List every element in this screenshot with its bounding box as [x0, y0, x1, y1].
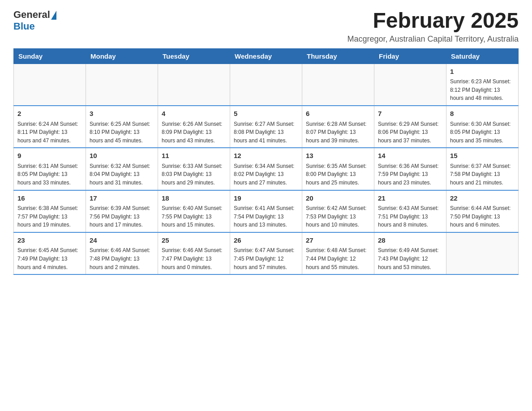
weekday-header-saturday: Saturday	[446, 48, 519, 64]
day-info: Sunrise: 6:49 AM Sunset: 7:43 PM Dayligh…	[378, 246, 442, 271]
calendar-body: 1Sunrise: 6:23 AM Sunset: 8:12 PM Daylig…	[14, 64, 519, 274]
calendar-cell: 1Sunrise: 6:23 AM Sunset: 8:12 PM Daylig…	[446, 64, 519, 106]
day-info: Sunrise: 6:44 AM Sunset: 7:50 PM Dayligh…	[450, 204, 515, 229]
calendar-cell	[446, 232, 519, 274]
day-number: 26	[234, 235, 298, 246]
calendar-cell: 24Sunrise: 6:46 AM Sunset: 7:48 PM Dayli…	[86, 232, 158, 274]
day-number: 21	[378, 193, 442, 204]
day-number: 19	[234, 193, 298, 204]
day-number: 17	[90, 193, 154, 204]
day-number: 1	[450, 67, 515, 77]
calendar-cell: 2Sunrise: 6:24 AM Sunset: 8:11 PM Daylig…	[14, 106, 86, 148]
day-info: Sunrise: 6:29 AM Sunset: 8:06 PM Dayligh…	[378, 120, 442, 145]
day-info: Sunrise: 6:30 AM Sunset: 8:05 PM Dayligh…	[450, 120, 515, 145]
calendar-cell: 8Sunrise: 6:30 AM Sunset: 8:05 PM Daylig…	[446, 106, 519, 148]
calendar-cell: 10Sunrise: 6:32 AM Sunset: 8:04 PM Dayli…	[86, 148, 158, 190]
calendar-cell	[158, 64, 230, 106]
calendar-cell: 19Sunrise: 6:41 AM Sunset: 7:54 PM Dayli…	[230, 190, 302, 232]
day-number: 27	[306, 235, 370, 246]
day-info: Sunrise: 6:38 AM Sunset: 7:57 PM Dayligh…	[17, 204, 82, 229]
location-subtitle: Macgregor, Australian Capital Territory,…	[347, 34, 519, 44]
calendar-cell: 28Sunrise: 6:49 AM Sunset: 7:43 PM Dayli…	[374, 232, 446, 274]
day-info: Sunrise: 6:40 AM Sunset: 7:55 PM Dayligh…	[162, 204, 226, 229]
day-number: 2	[17, 109, 82, 119]
logo: General Blue	[13, 9, 56, 32]
weekday-header-row: SundayMondayTuesdayWednesdayThursdayFrid…	[14, 48, 519, 64]
page-header: General Blue February 2025 Macgregor, Au…	[13, 9, 519, 44]
calendar-cell: 16Sunrise: 6:38 AM Sunset: 7:57 PM Dayli…	[14, 190, 86, 232]
day-number: 14	[378, 151, 442, 161]
calendar-cell: 14Sunrise: 6:36 AM Sunset: 7:59 PM Dayli…	[374, 148, 446, 190]
day-info: Sunrise: 6:28 AM Sunset: 8:07 PM Dayligh…	[306, 120, 370, 145]
day-info: Sunrise: 6:25 AM Sunset: 8:10 PM Dayligh…	[90, 120, 154, 145]
day-number: 22	[450, 193, 515, 204]
calendar-cell: 18Sunrise: 6:40 AM Sunset: 7:55 PM Dayli…	[158, 190, 230, 232]
day-number: 15	[450, 151, 515, 161]
day-number: 8	[450, 109, 515, 119]
calendar-cell: 6Sunrise: 6:28 AM Sunset: 8:07 PM Daylig…	[302, 106, 374, 148]
day-info: Sunrise: 6:42 AM Sunset: 7:53 PM Dayligh…	[306, 204, 370, 229]
day-number: 11	[162, 151, 226, 161]
calendar-cell: 13Sunrise: 6:35 AM Sunset: 8:00 PM Dayli…	[302, 148, 374, 190]
day-info: Sunrise: 6:27 AM Sunset: 8:08 PM Dayligh…	[234, 120, 298, 145]
calendar-cell: 27Sunrise: 6:48 AM Sunset: 7:44 PM Dayli…	[302, 232, 374, 274]
calendar-cell: 21Sunrise: 6:43 AM Sunset: 7:51 PM Dayli…	[374, 190, 446, 232]
logo-triangle-icon	[51, 11, 56, 20]
calendar-cell: 25Sunrise: 6:46 AM Sunset: 7:47 PM Dayli…	[158, 232, 230, 274]
calendar-cell	[14, 64, 86, 106]
weekday-header-thursday: Thursday	[302, 48, 374, 64]
calendar-cell	[374, 64, 446, 106]
calendar-cell: 22Sunrise: 6:44 AM Sunset: 7:50 PM Dayli…	[446, 190, 519, 232]
day-info: Sunrise: 6:34 AM Sunset: 8:02 PM Dayligh…	[234, 162, 298, 187]
day-number: 3	[90, 109, 154, 119]
day-info: Sunrise: 6:31 AM Sunset: 8:05 PM Dayligh…	[17, 162, 82, 187]
day-number: 23	[17, 235, 82, 246]
day-number: 20	[306, 193, 370, 204]
calendar-table: SundayMondayTuesdayWednesdayThursdayFrid…	[13, 48, 519, 275]
calendar-week-row: 16Sunrise: 6:38 AM Sunset: 7:57 PM Dayli…	[14, 190, 519, 232]
day-number: 4	[162, 109, 226, 119]
day-info: Sunrise: 6:41 AM Sunset: 7:54 PM Dayligh…	[234, 204, 298, 229]
day-info: Sunrise: 6:33 AM Sunset: 8:03 PM Dayligh…	[162, 162, 226, 187]
day-number: 12	[234, 151, 298, 161]
day-info: Sunrise: 6:37 AM Sunset: 7:58 PM Dayligh…	[450, 162, 515, 187]
day-info: Sunrise: 6:47 AM Sunset: 7:45 PM Dayligh…	[234, 246, 298, 271]
day-info: Sunrise: 6:39 AM Sunset: 7:56 PM Dayligh…	[90, 204, 154, 229]
logo-general-label: General	[13, 9, 50, 21]
day-info: Sunrise: 6:43 AM Sunset: 7:51 PM Dayligh…	[378, 204, 442, 229]
day-number: 5	[234, 109, 298, 119]
calendar-cell: 17Sunrise: 6:39 AM Sunset: 7:56 PM Dayli…	[86, 190, 158, 232]
weekday-header-wednesday: Wednesday	[230, 48, 302, 64]
month-title: February 2025	[347, 9, 519, 33]
day-info: Sunrise: 6:45 AM Sunset: 7:49 PM Dayligh…	[17, 246, 82, 271]
calendar-cell: 4Sunrise: 6:26 AM Sunset: 8:09 PM Daylig…	[158, 106, 230, 148]
weekday-header-friday: Friday	[374, 48, 446, 64]
day-number: 18	[162, 193, 226, 204]
day-info: Sunrise: 6:23 AM Sunset: 8:12 PM Dayligh…	[450, 77, 515, 103]
day-info: Sunrise: 6:26 AM Sunset: 8:09 PM Dayligh…	[162, 120, 226, 145]
day-number: 7	[378, 109, 442, 119]
day-number: 6	[306, 109, 370, 119]
calendar-cell: 9Sunrise: 6:31 AM Sunset: 8:05 PM Daylig…	[14, 148, 86, 190]
day-info: Sunrise: 6:46 AM Sunset: 7:47 PM Dayligh…	[162, 246, 226, 271]
calendar-week-row: 2Sunrise: 6:24 AM Sunset: 8:11 PM Daylig…	[14, 106, 519, 148]
day-number: 10	[90, 151, 154, 161]
day-number: 16	[17, 193, 82, 204]
logo-blue-text: Blue	[13, 21, 35, 32]
title-block: February 2025 Macgregor, Australian Capi…	[347, 9, 519, 44]
calendar-cell: 3Sunrise: 6:25 AM Sunset: 8:10 PM Daylig…	[86, 106, 158, 148]
calendar-cell: 7Sunrise: 6:29 AM Sunset: 8:06 PM Daylig…	[374, 106, 446, 148]
calendar-cell: 5Sunrise: 6:27 AM Sunset: 8:08 PM Daylig…	[230, 106, 302, 148]
weekday-header-monday: Monday	[86, 48, 158, 64]
calendar-cell: 15Sunrise: 6:37 AM Sunset: 7:58 PM Dayli…	[446, 148, 519, 190]
day-info: Sunrise: 6:24 AM Sunset: 8:11 PM Dayligh…	[17, 120, 82, 145]
weekday-header-tuesday: Tuesday	[158, 48, 230, 64]
weekday-header-sunday: Sunday	[14, 48, 86, 64]
calendar-header: SundayMondayTuesdayWednesdayThursdayFrid…	[14, 48, 519, 64]
day-info: Sunrise: 6:48 AM Sunset: 7:44 PM Dayligh…	[306, 246, 370, 271]
day-info: Sunrise: 6:32 AM Sunset: 8:04 PM Dayligh…	[90, 162, 154, 187]
calendar-cell	[230, 64, 302, 106]
calendar-cell: 12Sunrise: 6:34 AM Sunset: 8:02 PM Dayli…	[230, 148, 302, 190]
calendar-cell	[302, 64, 374, 106]
calendar-cell: 26Sunrise: 6:47 AM Sunset: 7:45 PM Dayli…	[230, 232, 302, 274]
